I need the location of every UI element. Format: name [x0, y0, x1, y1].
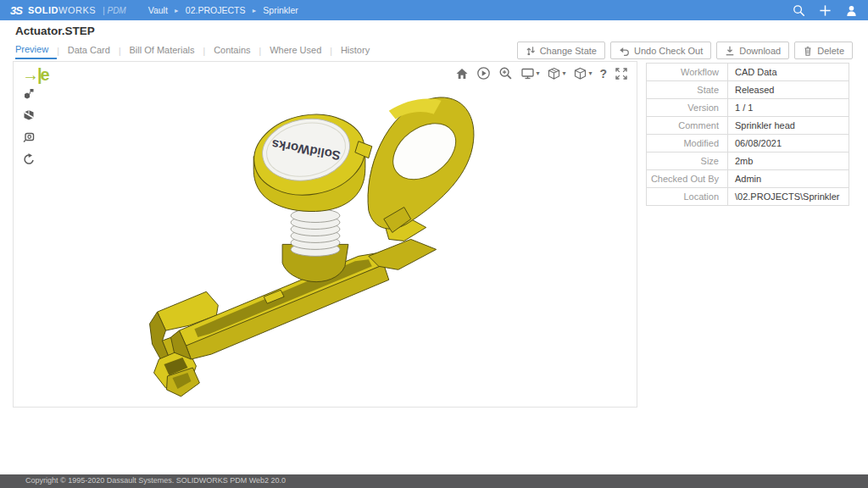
undo-check-out-label: Undo Check Out: [634, 46, 703, 56]
viewer-top-toolbar: ▾ ▾ ▾ ?: [455, 66, 628, 80]
chevron-down-icon: ▾: [562, 69, 565, 77]
download-button[interactable]: Download: [716, 42, 789, 59]
reset-icon[interactable]: [21, 152, 36, 167]
footer-bar: Copyright © 1995-2020 Dassault Systemes.…: [0, 474, 868, 488]
table-row: WorkflowCAD Data: [647, 64, 849, 81]
render-style-dropdown[interactable]: ▾: [573, 67, 592, 80]
table-row: StateReleased: [647, 81, 849, 99]
play-animation-icon[interactable]: [476, 66, 491, 80]
viewer-left-toolbar: [21, 86, 36, 167]
chevron-down-icon: ▾: [588, 69, 592, 77]
detail-label: Comment: [647, 117, 728, 134]
breadcrumb: Vault ► 02.PROJECTS ► Sprinkler: [148, 5, 298, 15]
tab-where-used[interactable]: Where Used: [261, 43, 330, 58]
home-view-icon[interactable]: [455, 67, 469, 80]
change-state-label: Change State: [540, 46, 597, 56]
table-row: Checked Out ByAdmin: [647, 170, 849, 188]
page-title: Actuator.STEP: [15, 25, 95, 37]
table-row: Modified06/08/2021: [647, 135, 849, 152]
add-icon[interactable]: [819, 4, 832, 17]
brand-suffix-pdm: | PDM: [103, 6, 126, 15]
section-icon[interactable]: [21, 108, 36, 123]
tab-history[interactable]: History: [332, 43, 378, 58]
detail-value-modified: 06/08/2021: [728, 135, 849, 152]
delete-label: Delete: [817, 46, 844, 56]
detail-value-size: 2mb: [728, 152, 849, 169]
edrawings-logo: →|e: [22, 65, 48, 85]
app-window: 3S SOLIDWORKS | PDM Vault ► 02.PROJECTS …: [0, 0, 868, 488]
top-header-bar: 3S SOLIDWORKS | PDM Vault ► 02.PROJECTS …: [0, 0, 868, 20]
standard-views-dropdown[interactable]: ▾: [547, 67, 565, 80]
detail-label: Size: [647, 152, 728, 169]
copyright-text: Copyright © 1995-2020 Dassault Systemes.…: [25, 476, 286, 485]
chevron-down-icon: ▾: [536, 69, 539, 77]
model-actuator: [150, 97, 474, 396]
table-row: CommentSprinkler head: [647, 117, 849, 135]
breadcrumb-separator-icon: ►: [251, 8, 257, 14]
detail-value-checked-out-by: Admin: [728, 170, 849, 187]
breadcrumb-separator-icon: ►: [174, 8, 180, 14]
display-mode-dropdown[interactable]: ▾: [520, 67, 539, 80]
tab-preview[interactable]: Preview: [15, 42, 57, 59]
user-icon[interactable]: [845, 4, 858, 17]
detail-label: Modified: [647, 135, 728, 152]
undo-check-out-button[interactable]: Undo Check Out: [610, 42, 711, 59]
breadcrumb-vault[interactable]: Vault: [148, 5, 168, 15]
download-label: Download: [739, 46, 781, 56]
detail-value-comment: Sprinkler head: [728, 117, 849, 134]
tab-bill-of-materials[interactable]: Bill Of Materials: [120, 43, 203, 58]
detail-label: Checked Out By: [647, 170, 728, 187]
measure-icon[interactable]: [21, 130, 36, 145]
table-row: Size2mb: [647, 152, 849, 170]
detail-label: State: [647, 81, 728, 98]
table-row: Location\02.PROJECTS\Sprinkler: [647, 188, 849, 205]
header-actions: [793, 4, 858, 17]
breadcrumb-projects[interactable]: 02.PROJECTS: [186, 5, 246, 15]
zoom-tool-icon[interactable]: [498, 66, 513, 80]
help-icon[interactable]: ?: [599, 67, 607, 80]
solidworks-pdm-logo: 3S SOLIDWORKS | PDM: [10, 4, 126, 17]
detail-value-location: \02.PROJECTS\Sprinkler: [728, 188, 849, 205]
table-row: Version1 / 1: [647, 99, 849, 117]
components-icon[interactable]: [21, 86, 36, 101]
search-icon[interactable]: [793, 4, 805, 17]
trash-icon: [803, 46, 813, 56]
change-state-button[interactable]: Change State: [517, 42, 605, 59]
brand-name-bold: SOLID: [28, 5, 58, 15]
breadcrumb-sprinkler[interactable]: Sprinkler: [263, 5, 298, 15]
detail-label: Workflow: [647, 64, 728, 80]
delete-button[interactable]: Delete: [794, 42, 853, 59]
detail-value-version: 1 / 1: [728, 99, 849, 116]
edrawings-preview-panel: SolidWorks →|e: [13, 61, 637, 408]
detail-label: Version: [647, 99, 728, 116]
undo-icon: [619, 46, 630, 56]
file-action-buttons: Change State Undo Check Out Download Del…: [517, 42, 853, 59]
detail-label: Location: [647, 188, 728, 205]
dassault-3ds-icon: 3S: [10, 4, 22, 17]
change-state-icon: [526, 45, 536, 56]
detail-value-state: Released: [728, 81, 849, 98]
brand-name-light: WORKS: [58, 5, 96, 15]
tab-contains[interactable]: Contains: [205, 43, 259, 58]
download-icon: [725, 46, 735, 56]
model-3d-viewport[interactable]: SolidWorks: [14, 62, 637, 408]
file-details-table: WorkflowCAD Data StateReleased Version1 …: [646, 63, 849, 206]
detail-value-workflow: CAD Data: [728, 64, 849, 80]
fullscreen-icon[interactable]: [615, 67, 628, 80]
tab-data-card[interactable]: Data Card: [59, 43, 119, 58]
tab-bar: Preview | Data Card | Bill Of Materials …: [15, 42, 378, 59]
